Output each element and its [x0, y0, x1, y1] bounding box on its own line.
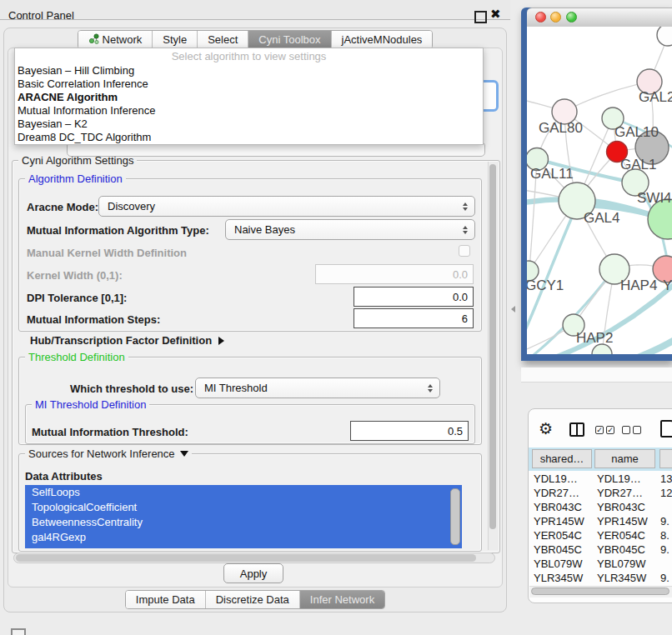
bottom-corner-icon[interactable] [11, 628, 26, 635]
table-row[interactable]: YDL19…YDL19…13 [529, 472, 672, 486]
mi-steps-value: 6 [462, 312, 468, 325]
node-label: GAL10 [614, 124, 659, 140]
control-panel-title: Control Panel [8, 9, 74, 22]
algorithm-dropdown-item[interactable]: Bayesian – K2 [15, 118, 483, 131]
column-header-shared[interactable]: shared… [532, 449, 592, 468]
group-title: MI Threshold Definition [32, 398, 149, 411]
tab-discretize-data[interactable]: Discretize Data [206, 591, 300, 608]
aracne-mode-select[interactable]: Discovery [98, 196, 475, 217]
table-cell: YDL19… [534, 472, 578, 486]
data-attributes-list[interactable]: SelfLoopsTopologicalCoefficientBetweenne… [25, 485, 462, 548]
table-panel-top-band [521, 368, 672, 382]
node-label: SWI4 [637, 190, 672, 206]
table-cell: YBR045C [597, 542, 645, 557]
node-label: GAL1 [620, 157, 656, 172]
manual-kernel-checkbox[interactable] [459, 245, 470, 257]
which-threshold-select[interactable]: MI Threshold [195, 378, 440, 398]
data-attribute-item[interactable]: SelfLoops [25, 485, 462, 500]
table-cell: YBL079W [534, 557, 583, 571]
data-attribute-item[interactable]: BetweennessCentrality [25, 515, 462, 530]
node-label: HAP2 [576, 330, 613, 346]
table-cell: YPR145W [597, 514, 648, 528]
algorithm-dropdown-item[interactable]: Dream8 DC_TDC Algorithm [15, 131, 483, 144]
tab-infer-network[interactable]: Infer Network [300, 591, 384, 608]
table-horizontal-scrollbar-thumb[interactable] [531, 588, 669, 595]
mac-zoom-icon[interactable] [566, 12, 577, 22]
combo-stepper-icon [428, 384, 433, 392]
network-window-titlebar[interactable] [527, 8, 672, 28]
document-icon[interactable] [660, 420, 672, 438]
settings-horizontal-scrollbar-thumb[interactable] [16, 554, 476, 562]
table-row[interactable]: YER054CYER054C8. [529, 528, 672, 542]
mi-steps-field[interactable]: 6 [354, 308, 474, 328]
table-row[interactable]: YLR345WYLR345W9. [529, 571, 672, 585]
close-icon[interactable]: ✖ [490, 7, 501, 22]
dpi-tolerance-field[interactable]: 0.0 [354, 287, 474, 307]
data-attribute-item[interactable]: gal4RGexp [25, 530, 462, 545]
apply-button[interactable]: Apply [223, 563, 283, 583]
table-row[interactable]: YDR27…YDR27…12 [529, 486, 672, 500]
group-title: Algorithm Definition [25, 172, 126, 185]
network-canvas[interactable]: GAL2 GAL80 GAL10 GAL1 SWI4 GAL11 GAL4 HA… [527, 27, 672, 354]
node-label: GCY1 [527, 278, 564, 293]
tab-label: Discretize Data [216, 593, 289, 606]
tab-style[interactable]: Style [153, 31, 198, 48]
table-cell: 9. [660, 571, 669, 585]
table-cell: YDL19… [597, 472, 641, 486]
settings-vertical-scrollbar-thumb[interactable] [489, 164, 496, 529]
divider-collapse-arrow-icon[interactable] [511, 306, 515, 312]
table-cell: 12 [660, 486, 672, 500]
tab-label: Impute Data [136, 593, 195, 606]
expanded-arrow-icon[interactable] [180, 451, 188, 457]
network-icon [88, 33, 99, 47]
table-row[interactable]: YBR043CYBR043C [529, 500, 672, 514]
tab-jactivemnodules[interactable]: jActiveMNodules [332, 31, 433, 48]
table-row[interactable]: YPR145WYPR145W9. [529, 514, 672, 528]
tab-select[interactable]: Select [198, 31, 248, 48]
data-attribute-item[interactable]: TopologicalCoefficient [25, 500, 462, 515]
group-title: Threshold Definition [25, 351, 128, 363]
checked-box-icon: ✓ [595, 426, 604, 434]
node-label: GAL80 [539, 120, 583, 136]
mi-type-select[interactable]: Naive Bayes [225, 219, 475, 240]
table-cell: YBL079W [597, 557, 646, 571]
tab-cyni-toolbox[interactable]: Cyni Toolbox [248, 31, 331, 48]
algorithm-dropdown-item[interactable]: Mutual Information Inference [15, 104, 483, 118]
data-attributes-label: Data Attributes [25, 470, 103, 482]
collapsed-arrow-icon[interactable] [218, 337, 224, 345]
mi-threshold-field[interactable]: 0.5 [350, 421, 469, 441]
deselect-all-checkboxes-icon[interactable] [622, 426, 641, 434]
table-cell: 9. [660, 542, 669, 557]
table-cell: YBR045C [534, 542, 582, 557]
hub-definition-label: Hub/Transcription Factor Definition [30, 334, 212, 347]
select-all-checkboxes-icon[interactable]: ✓✓ [595, 426, 614, 434]
table-cell: YBR043C [597, 500, 645, 514]
algorithm-dropdown-item[interactable]: Bayesian – Hill Climbing [15, 64, 483, 78]
table-cell: 13 [660, 472, 672, 486]
mi-threshold-label: Mutual Information Threshold: [32, 426, 188, 438]
mac-close-icon[interactable] [535, 12, 546, 22]
column-header-name[interactable]: name [594, 449, 655, 468]
algorithm-dropdown-item[interactable]: Basic Correlation Inference [15, 78, 483, 91]
table-panel-titlebar: Table Panel [521, 382, 672, 408]
table-row[interactable]: YBR045CYBR045C9. [529, 542, 672, 557]
mi-type-value: Naive Bayes [234, 223, 463, 236]
table-row[interactable]: YBL079WYBL079W [529, 557, 672, 571]
split-view-icon[interactable] [569, 422, 584, 437]
table-header-row: shared… name [529, 448, 672, 471]
tab-network[interactable]: Network [78, 31, 153, 48]
list-scrollbar-thumb[interactable] [450, 488, 460, 545]
table-cell: YLR345W [534, 571, 583, 585]
column-header[interactable] [659, 449, 672, 468]
algorithm-dropdown-item[interactable]: ARACNE Algorithm [15, 91, 483, 104]
mac-minimize-icon[interactable] [550, 12, 561, 22]
which-threshold-value: MI Threshold [204, 382, 428, 394]
float-window-icon[interactable] [474, 11, 487, 23]
tab-impute-data[interactable]: Impute Data [126, 591, 206, 608]
tab-label: Cyni Toolbox [258, 33, 320, 46]
table-cell: 8. [660, 528, 669, 542]
hub-definition-section[interactable]: Hub/Transcription Factor Definition [30, 334, 224, 347]
gear-icon[interactable]: ⚙ [539, 419, 553, 438]
combo-stepper-icon [463, 202, 468, 211]
node-label: GAL4 [584, 210, 619, 226]
